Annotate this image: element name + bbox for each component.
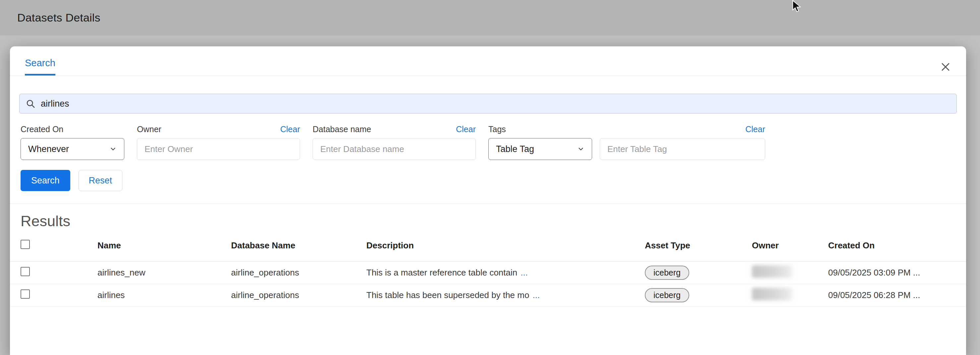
search-input[interactable] — [41, 99, 950, 109]
actions-row: Search Reset — [21, 170, 956, 191]
cell-name: airlines — [97, 290, 231, 300]
filters-row: Created On Whenever Owner Clear Database… — [21, 124, 956, 160]
search-button[interactable]: Search — [21, 170, 70, 191]
filter-tags: Tags Clear Table Tag — [488, 124, 765, 160]
filter-database: Database name Clear — [313, 124, 476, 160]
chevron-down-icon — [577, 145, 584, 153]
close-icon — [940, 62, 950, 72]
tags-clear-link[interactable]: Clear — [745, 125, 765, 134]
row-checkbox[interactable] — [21, 267, 30, 276]
owner-redacted-value — [752, 288, 792, 300]
cell-database: airline_operations — [231, 290, 366, 300]
description-text: This table has been superseded by the mo — [366, 290, 529, 300]
close-button[interactable] — [938, 60, 953, 74]
cell-description: This is a master reference table contain… — [366, 268, 645, 278]
column-header-description: Description — [366, 241, 645, 251]
select-all-checkbox[interactable] — [21, 240, 30, 249]
tab-search[interactable]: Search — [25, 58, 56, 76]
description-more-link[interactable]: ... — [533, 290, 540, 300]
created-on-select-value: Whenever — [28, 144, 69, 154]
created-on-label: Created On — [21, 125, 63, 134]
owner-input[interactable] — [137, 138, 300, 160]
table-header-row: Name Database Name Description Asset Typ… — [10, 230, 966, 261]
tags-label: Tags — [488, 125, 506, 134]
page-header: Datasets Details — [0, 0, 980, 35]
tag-type-select-value: Table Tag — [496, 144, 534, 154]
cell-database: airline_operations — [231, 268, 366, 278]
tab-bar: Search — [10, 46, 966, 76]
table-row[interactable]: airlines_new airline_operations This is … — [10, 261, 966, 284]
results-heading: Results — [21, 212, 966, 230]
description-text: This is a master reference table contain — [366, 268, 517, 278]
search-dialog: Search Created On Whenever — [10, 46, 966, 355]
owner-redacted-value — [752, 265, 792, 278]
created-on-select[interactable]: Whenever — [21, 138, 124, 160]
asset-type-badge: iceberg — [645, 288, 689, 302]
column-header-name: Name — [97, 241, 231, 251]
cell-description: This table has been superseded by the mo… — [366, 290, 645, 300]
column-header-created-on: Created On — [828, 241, 966, 251]
section-divider — [10, 204, 966, 204]
tag-type-select[interactable]: Table Tag — [488, 138, 592, 160]
owner-label: Owner — [137, 125, 161, 134]
asset-type-badge: iceberg — [645, 266, 689, 280]
cell-created-on: 09/05/2025 03:09 PM ... — [828, 268, 966, 278]
page-title: Datasets Details — [17, 11, 100, 24]
reset-button[interactable]: Reset — [79, 170, 123, 191]
database-input[interactable] — [313, 138, 476, 160]
filter-owner: Owner Clear — [137, 124, 300, 160]
column-header-database: Database Name — [231, 241, 366, 251]
row-checkbox[interactable] — [21, 289, 30, 299]
tag-input[interactable] — [600, 138, 765, 160]
owner-clear-link[interactable]: Clear — [280, 125, 300, 134]
table-row[interactable]: airlines airline_operations This table h… — [10, 284, 966, 307]
cell-created-on: 09/05/2025 06:28 PM ... — [828, 290, 966, 300]
search-icon — [25, 99, 35, 109]
column-header-owner: Owner — [752, 241, 828, 251]
chevron-down-icon — [110, 145, 117, 153]
database-clear-link[interactable]: Clear — [456, 125, 476, 134]
filter-created-on: Created On Whenever — [21, 124, 124, 160]
cell-name: airlines_new — [97, 268, 231, 278]
search-field[interactable] — [19, 94, 957, 114]
column-header-asset-type: Asset Type — [645, 241, 752, 251]
database-label: Database name — [313, 125, 371, 134]
description-more-link[interactable]: ... — [520, 268, 528, 278]
results-table: Name Database Name Description Asset Typ… — [10, 230, 966, 307]
